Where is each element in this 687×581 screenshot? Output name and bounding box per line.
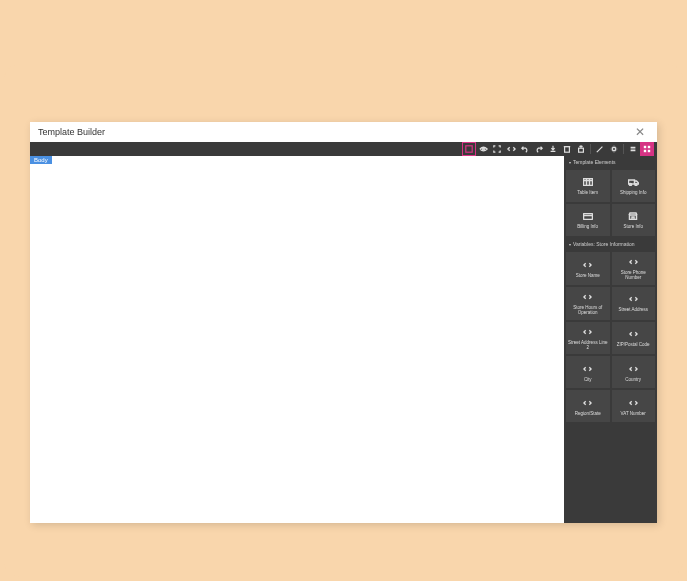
block-billing-info[interactable]: Billing Info [566, 204, 610, 236]
code-icon [583, 259, 592, 271]
svg-rect-7 [644, 150, 646, 152]
svg-rect-3 [579, 148, 584, 152]
canvas-body-tag: Body [30, 156, 52, 164]
block-label: Shipping Info [620, 190, 646, 195]
export-icon[interactable] [574, 142, 588, 156]
brush-icon[interactable] [593, 142, 607, 156]
svg-point-1 [482, 148, 484, 150]
block-label: ZIP/Postal Code [617, 342, 650, 347]
block-label: Country [625, 377, 641, 382]
block-label: Street Address [618, 307, 648, 312]
block-label: Billing Info [577, 224, 598, 229]
svg-rect-5 [644, 146, 646, 148]
code-icon [629, 363, 638, 375]
main-area: Body Template Elements Table Item Shippi… [30, 156, 657, 523]
block-label: Region/State [575, 411, 601, 416]
svg-rect-9 [583, 179, 592, 186]
code-icon [583, 326, 592, 338]
toolbar-separator [590, 144, 591, 154]
code-icon[interactable] [504, 142, 518, 156]
svg-rect-6 [648, 146, 650, 148]
block-label: Table Item [577, 190, 598, 195]
block-variable[interactable]: Store Phone Number [612, 252, 656, 285]
window-title: Template Builder [38, 127, 105, 137]
block-shipping-info[interactable]: Shipping Info [612, 170, 656, 202]
truck-icon [628, 176, 639, 188]
settings-icon[interactable] [607, 142, 621, 156]
template-elements-grid: Table Item Shipping Info Billing Info St… [564, 168, 657, 238]
undo-icon[interactable] [518, 142, 532, 156]
block-label: VAT Number [621, 411, 646, 416]
code-icon [629, 256, 638, 268]
svg-point-4 [612, 147, 615, 150]
template-builder-window: Template Builder ✕ Body Templ [30, 122, 657, 523]
blocks-icon[interactable] [640, 142, 654, 156]
code-icon [629, 397, 638, 409]
canvas-clear-icon[interactable] [560, 142, 574, 156]
toolbar [30, 142, 657, 156]
block-table-item[interactable]: Table Item [566, 170, 610, 202]
svg-rect-13 [583, 213, 592, 219]
section-template-elements[interactable]: Template Elements [564, 156, 657, 168]
svg-rect-2 [565, 147, 570, 153]
import-icon[interactable] [546, 142, 560, 156]
block-label: Store Name [576, 273, 600, 278]
code-icon [629, 328, 638, 340]
block-variable[interactable]: Street Address Line 2 [566, 322, 610, 355]
table-icon [583, 176, 593, 188]
block-label: Store Info [623, 224, 643, 229]
code-icon [629, 293, 638, 305]
canvas[interactable]: Body [30, 156, 564, 523]
block-label: Store Hours of Operation [568, 305, 608, 316]
svg-rect-8 [648, 150, 650, 152]
store-icon [628, 210, 638, 222]
block-variable[interactable]: Street Address [612, 287, 656, 320]
block-variable[interactable]: Region/State [566, 390, 610, 422]
titlebar: Template Builder ✕ [30, 122, 657, 142]
block-variable[interactable]: VAT Number [612, 390, 656, 422]
block-store-info[interactable]: Store Info [612, 204, 656, 236]
code-icon [583, 363, 592, 375]
sidebar[interactable]: Template Elements Table Item Shipping In… [564, 156, 657, 523]
block-variable[interactable]: City [566, 356, 610, 388]
block-variable[interactable]: Country [612, 356, 656, 388]
section-store-vars[interactable]: Variables: Store Information [564, 238, 657, 250]
toolbar-separator [623, 144, 624, 154]
block-label: City [584, 377, 592, 382]
layers-icon[interactable] [626, 142, 640, 156]
code-icon [583, 291, 592, 303]
select-tool-icon[interactable] [462, 142, 476, 156]
block-variable[interactable]: Store Hours of Operation [566, 287, 610, 320]
card-icon [583, 210, 593, 222]
store-vars-grid: Store NameStore Phone NumberStore Hours … [564, 250, 657, 424]
svg-rect-0 [466, 146, 472, 152]
block-label: Store Phone Number [614, 270, 654, 281]
block-variable[interactable]: Store Name [566, 252, 610, 285]
close-icon[interactable]: ✕ [631, 125, 649, 139]
fullscreen-icon[interactable] [490, 142, 504, 156]
block-label: Street Address Line 2 [568, 340, 608, 351]
block-variable[interactable]: ZIP/Postal Code [612, 322, 656, 355]
visibility-icon[interactable] [476, 142, 490, 156]
code-icon [583, 397, 592, 409]
redo-icon[interactable] [532, 142, 546, 156]
